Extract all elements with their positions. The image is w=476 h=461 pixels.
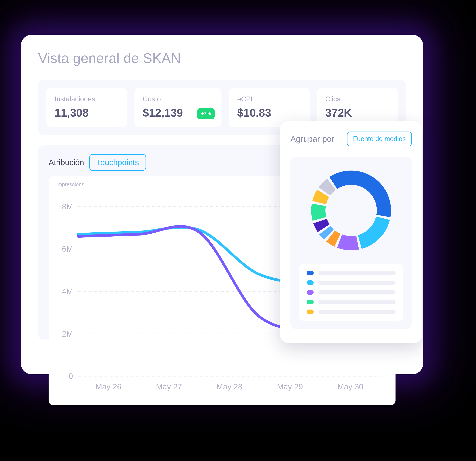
tab-touchpoints[interactable]: Touchpoints — [89, 154, 146, 171]
donut-slice — [358, 216, 390, 249]
legend-row[interactable] — [307, 271, 396, 275]
legend-row[interactable] — [307, 290, 396, 295]
legend-color-icon — [307, 280, 314, 285]
metric-card-installs[interactable]: Instalaciones 11,308 — [46, 88, 127, 127]
group-by-title: Agrupar por — [290, 134, 334, 144]
dashboard-card: Vista general de SKAN Instalaciones 11,3… — [21, 35, 423, 374]
legend-color-icon — [307, 300, 314, 304]
metric-label: Instalaciones — [55, 95, 119, 103]
donut-chart — [306, 165, 396, 255]
svg-text:0: 0 — [68, 372, 73, 381]
legend-color-icon — [307, 290, 314, 295]
donut-slice — [337, 234, 359, 250]
donut-slice — [311, 204, 326, 221]
metric-label: Clics — [325, 95, 390, 103]
svg-text:May 26: May 26 — [95, 382, 121, 391]
legend-label-placeholder — [318, 300, 396, 304]
metric-card-cost[interactable]: Costo $12,139 +7% — [134, 88, 222, 127]
donut-slice — [329, 171, 391, 217]
tab-attribution[interactable]: Atribución — [49, 157, 84, 168]
group-by-selector[interactable]: Fuente de medios — [347, 132, 412, 146]
donut-legend — [299, 264, 403, 321]
legend-label-placeholder — [318, 310, 396, 314]
svg-text:May 29: May 29 — [277, 382, 303, 391]
donut-chart-wrap — [290, 157, 412, 329]
metric-value: 372K — [325, 107, 390, 119]
metric-value: $10.83 — [237, 107, 301, 119]
svg-text:6M: 6M — [62, 245, 73, 253]
legend-label-placeholder — [318, 271, 396, 275]
metric-value: 11,308 — [55, 107, 119, 119]
charts-row: Atribución Touchpoints Impressions 02M4M… — [38, 145, 406, 339]
legend-row[interactable] — [307, 300, 396, 304]
svg-text:May 30: May 30 — [337, 382, 363, 391]
delta-badge: +7% — [197, 108, 215, 119]
metric-label: Costo — [143, 95, 213, 103]
svg-text:4M: 4M — [62, 287, 73, 296]
legend-row[interactable] — [307, 310, 396, 314]
legend-label-placeholder — [318, 280, 396, 285]
legend-color-icon — [307, 310, 314, 314]
svg-text:8M: 8M — [62, 202, 73, 211]
legend-label-placeholder — [318, 290, 396, 295]
svg-text:2M: 2M — [62, 329, 73, 338]
legend-color-icon — [307, 271, 314, 275]
legend-row[interactable] — [307, 280, 396, 285]
metric-label: eCPI — [237, 95, 301, 103]
page-title: Vista general de SKAN — [38, 50, 406, 66]
chart-y-axis-label: Impressions — [56, 181, 84, 187]
svg-text:May 27: May 27 — [156, 382, 182, 391]
svg-text:May 28: May 28 — [216, 382, 243, 391]
group-by-card: Agrupar por Fuente de medios — [280, 121, 422, 343]
